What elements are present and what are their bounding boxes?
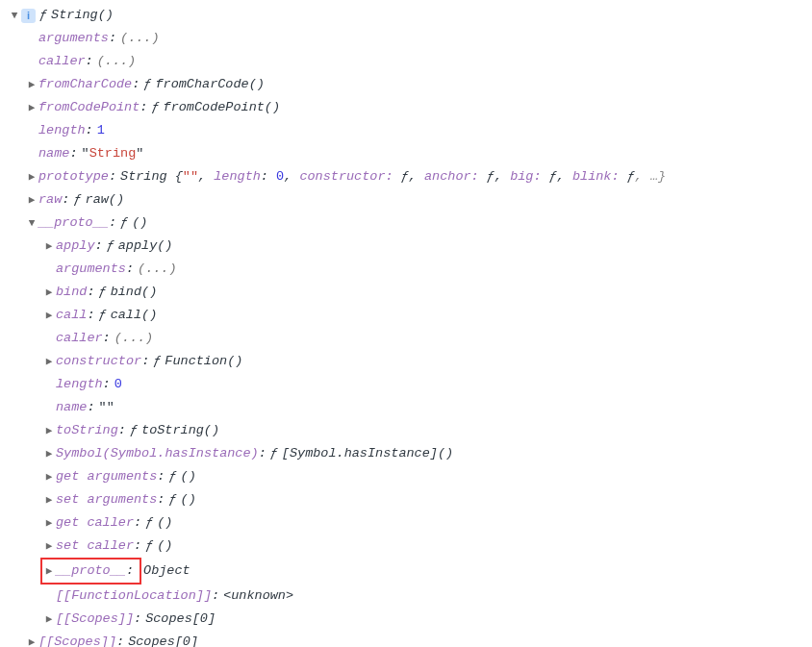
info-icon[interactable]: i <box>21 9 36 23</box>
prop-key: apply <box>56 235 95 258</box>
prop-key: set arguments <box>56 488 157 511</box>
prop-name[interactable]: ▶ name: "String" <box>8 142 804 165</box>
prop-value: Object <box>143 560 190 583</box>
prop-name-2[interactable]: ▶ name: "" <box>8 396 804 419</box>
prop-toString[interactable]: ▶ toString: ƒ toString() <box>8 419 804 442</box>
prop-key: get arguments <box>56 465 157 488</box>
prop-key: set caller <box>56 535 134 558</box>
disclosure-triangle-right-icon[interactable]: ▶ <box>42 442 56 465</box>
disclosure-triangle-right-icon[interactable]: ▶ <box>25 631 38 647</box>
disclosure-triangle-right-icon[interactable]: ▶ <box>42 608 56 631</box>
prop-value[interactable]: (...) <box>114 327 154 350</box>
prop-value: bind() <box>111 281 158 304</box>
prop-value[interactable]: (...) <box>120 27 160 50</box>
prop-value: "" <box>99 396 114 419</box>
prop-key: toString <box>56 419 118 442</box>
prop-caller-2[interactable]: ▶ caller: (...) <box>8 327 804 350</box>
prop-value: Scopes[0] <box>128 631 198 647</box>
prop-arguments-2[interactable]: ▶ arguments: (...) <box>8 258 804 281</box>
prop-length[interactable]: ▶ length: 1 <box>8 119 804 142</box>
prop-key: length <box>38 119 86 142</box>
disclosure-triangle-right-icon[interactable]: ▶ <box>42 511 56 535</box>
prop-proto[interactable]: ▼ __proto__: ƒ () <box>8 212 804 235</box>
prop-value: () <box>181 488 196 511</box>
prop-key: prototype <box>38 165 109 188</box>
prop-constructor[interactable]: ▶ constructor: ƒ Function() <box>8 350 804 373</box>
function-glyph-icon: ƒ <box>145 535 153 558</box>
prop-get-arguments[interactable]: ▶ get arguments: ƒ () <box>8 465 804 488</box>
prop-raw[interactable]: ▶ raw: ƒ raw() <box>8 188 804 212</box>
prop-value: Function() <box>165 350 242 373</box>
disclosure-triangle-right-icon[interactable]: ▶ <box>42 560 56 583</box>
prop-caller[interactable]: ▶ caller: (...) <box>8 50 804 73</box>
highlight-box: ▶ __proto__: <box>40 558 141 585</box>
function-glyph-icon: ƒ <box>73 188 81 212</box>
prop-symbol-hasInstance[interactable]: ▶ Symbol(Symbol.hasInstance): ƒ [Symbol.… <box>8 442 804 465</box>
prop-fromCodePoint[interactable]: ▶ fromCodePoint: ƒ fromCodePoint() <box>8 96 804 119</box>
prop-key: __proto__ <box>56 560 126 583</box>
prop-fromCharCode[interactable]: ▶ fromCharCode: ƒ fromCharCode() <box>8 73 804 96</box>
prop-set-caller[interactable]: ▶ set caller: ƒ () <box>8 535 804 558</box>
prop-value: "String" <box>82 142 144 165</box>
prop-value: () <box>157 535 172 558</box>
prop-value: () <box>132 212 147 235</box>
prop-value: () <box>181 465 196 488</box>
disclosure-triangle-down-icon[interactable]: ▼ <box>8 4 21 27</box>
prop-key: call <box>56 304 87 327</box>
prop-call[interactable]: ▶ call: ƒ call() <box>8 304 804 327</box>
prop-value[interactable]: (...) <box>97 50 137 73</box>
function-glyph-icon: ƒ <box>145 511 153 535</box>
disclosure-triangle-right-icon[interactable]: ▶ <box>25 73 38 96</box>
function-glyph-icon: ƒ <box>151 96 159 119</box>
prop-key: [[Scopes]] <box>56 608 134 631</box>
prop-proto-2[interactable]: ▶ __proto__: Object <box>8 558 804 585</box>
prop-length-2[interactable]: ▶ length: 0 <box>8 373 804 396</box>
disclosure-triangle-right-icon[interactable]: ▶ <box>42 235 56 258</box>
disclosure-triangle-right-icon[interactable]: ▶ <box>42 350 56 373</box>
prop-arguments[interactable]: ▶ arguments: (...) <box>8 27 804 50</box>
disclosure-triangle-right-icon[interactable]: ▶ <box>25 188 38 212</box>
prop-key: raw <box>38 188 62 212</box>
disclosure-triangle-right-icon[interactable]: ▶ <box>25 96 38 119</box>
function-glyph-icon: ƒ <box>120 212 128 235</box>
function-glyph-icon: ƒ <box>107 235 114 258</box>
prop-get-caller[interactable]: ▶ get caller: ƒ () <box>8 511 804 535</box>
prop-value: 0 <box>114 373 122 396</box>
prop-value[interactable]: (...) <box>138 258 177 281</box>
root-header[interactable]: ▼ i ƒ String() <box>8 4 804 27</box>
prop-key: name <box>56 396 87 419</box>
prop-scopes[interactable]: ▶ [[Scopes]]: Scopes[0] <box>8 631 804 647</box>
disclosure-triangle-right-icon[interactable]: ▶ <box>42 465 56 488</box>
prop-value: call() <box>111 304 158 327</box>
prop-key: constructor <box>56 350 141 373</box>
function-glyph-icon: ƒ <box>168 465 176 488</box>
prop-value: 1 <box>97 119 105 142</box>
prop-key: fromCodePoint <box>38 96 140 119</box>
prop-key: bind <box>56 281 87 304</box>
prop-key: arguments <box>38 27 109 50</box>
prop-key: Symbol(Symbol.hasInstance) <box>56 442 259 465</box>
prop-function-location[interactable]: ▶ [[FunctionLocation]]: <unknown> <box>8 585 804 608</box>
disclosure-triangle-right-icon[interactable]: ▶ <box>42 488 56 511</box>
root-function-name: String() <box>51 4 114 27</box>
function-glyph-icon: ƒ <box>143 73 151 96</box>
prop-key: [[Scopes]] <box>38 631 116 647</box>
prop-scopes-2[interactable]: ▶ [[Scopes]]: Scopes[0] <box>8 608 804 631</box>
prop-value: fromCodePoint() <box>164 96 281 119</box>
prop-key: arguments <box>56 258 126 281</box>
prop-value: fromCharCode() <box>155 73 264 96</box>
disclosure-triangle-right-icon[interactable]: ▶ <box>42 535 56 558</box>
prop-bind[interactable]: ▶ bind: ƒ bind() <box>8 281 804 304</box>
prop-value: [Symbol.hasInstance]() <box>282 442 453 465</box>
disclosure-triangle-right-icon[interactable]: ▶ <box>25 165 38 188</box>
disclosure-triangle-right-icon[interactable]: ▶ <box>42 281 56 304</box>
prop-set-arguments[interactable]: ▶ set arguments: ƒ () <box>8 488 804 511</box>
prop-apply[interactable]: ▶ apply: ƒ apply() <box>8 235 804 258</box>
disclosure-triangle-right-icon[interactable]: ▶ <box>42 304 56 327</box>
disclosure-triangle-right-icon[interactable]: ▶ <box>42 419 56 442</box>
function-glyph-icon: ƒ <box>39 4 47 27</box>
prop-key: fromCharCode <box>38 73 132 96</box>
prop-prototype[interactable]: ▶ prototype: String {"", length: 0, cons… <box>8 165 804 188</box>
disclosure-triangle-down-icon[interactable]: ▼ <box>25 212 38 235</box>
prop-value: toString() <box>141 419 219 442</box>
